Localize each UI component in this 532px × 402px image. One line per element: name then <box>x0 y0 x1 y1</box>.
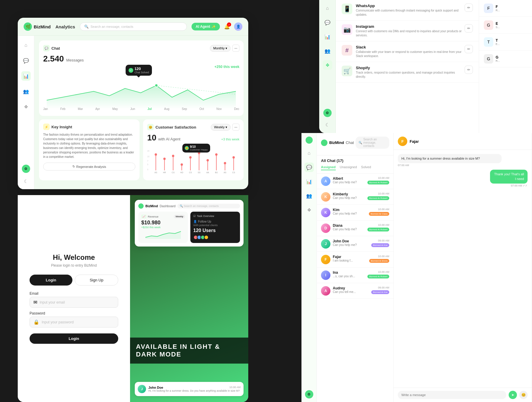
password-input-wrapper[interactable]: 🔒 Input your password <box>30 317 118 328</box>
chat-item-kimberly[interactable]: K Kimberly Can you help me? 10.00 AM Biz… <box>317 189 393 205</box>
tooltip-check-icon: ✓ <box>129 68 133 73</box>
avatar-diana-inner: D <box>321 223 330 233</box>
chat-item-albert[interactable]: A Albert Can you help me? 10.00 AM Bizme… <box>317 174 393 189</box>
login-submit-button[interactable]: Login <box>30 333 118 344</box>
monthly-period-button[interactable]: Monthly ▾ <box>210 45 231 52</box>
satisfaction-more-button[interactable]: ··· <box>232 124 239 131</box>
mini-chat-name: John Doe <box>148 386 163 389</box>
signup-button[interactable]: Sign Up <box>75 275 118 286</box>
emoji-button[interactable]: 😊 <box>519 391 528 399</box>
insight-icon: ⚡ <box>43 124 50 130</box>
svg-text:CS: CS <box>172 171 175 174</box>
theme-toggle[interactable]: ☾ <box>21 176 31 186</box>
integrations-sidebar-analytics[interactable]: 📊 <box>323 32 332 41</box>
login-primary-button[interactable]: Login <box>30 275 72 286</box>
sidebar-item-integrations[interactable]: ❖ <box>21 102 31 111</box>
whatsapp-name: WhatsApp <box>356 4 465 8</box>
sidebar-item-home[interactable]: ⌂ <box>21 40 31 50</box>
integrations-sidebar-home[interactable]: ⌂ <box>323 4 332 13</box>
message-input[interactable] <box>398 391 506 399</box>
chart-area-fill <box>47 85 236 109</box>
analytics-header: 🌿 BizMind Analytics 🔍 Search an message,… <box>18 18 248 36</box>
chat-item-audrey[interactable]: A Audrey Can you tell me... 09.00 AM Biz… <box>317 283 393 299</box>
badge-kim: Bizmed Ai Clara <box>369 212 389 216</box>
chat-brand-page: Chat <box>346 140 354 145</box>
slack-edit-button[interactable]: ✏ <box>465 45 473 53</box>
chat-right-kimberly: 10.00 AM Bizmed Ai Robert <box>367 192 389 200</box>
chat-panel-header: BizMind Chat 🔍 Search an message, contac… <box>317 133 393 155</box>
chat-more-button[interactable]: ··· <box>232 45 239 52</box>
chat-settings[interactable]: ⚙ <box>305 390 313 398</box>
satisfaction-controls: Weekly ▾ ··· <box>211 124 239 131</box>
mini-chat-avatar: J <box>138 385 146 393</box>
integrations-sidebar-integrations[interactable]: ❖ <box>323 60 332 70</box>
whatsapp-edit-button[interactable]: ✏ <box>465 4 473 12</box>
sidebar-bottom: ⚙ ☾ <box>21 165 31 186</box>
sidebar-item-contacts[interactable]: 👥 <box>21 87 31 96</box>
weekly-period-button[interactable]: Weekly ▾ <box>211 124 231 131</box>
notification-bell[interactable]: 🔔 2 <box>223 22 231 31</box>
dp-search-icon: 🔍 <box>180 205 183 208</box>
email-input-wrapper[interactable]: ✉ Input your email <box>30 297 118 308</box>
integration-shopify[interactable]: 🛒 Shopify Track orders, respond to custo… <box>336 62 479 83</box>
dp-header: BizMind Dashboard 🔍 Search an message, c… <box>138 203 240 209</box>
chat-item-diana[interactable]: D Diana Can you help me? 10.00 AM Bizmed… <box>317 221 393 236</box>
msg-outgoing-1: Thank you! That's all I need 07:00 AM ✓✓ <box>481 170 528 187</box>
integrations-outer-panel: ⌂ 💬 📊 👥 ❖ ⚙ ☾ 📱 WhatsApp Communicate wit… <box>319 0 532 133</box>
login-form-section: Hi, Welcome Please login to entry BizMin… <box>18 195 130 402</box>
tab-solved[interactable]: Solved <box>361 165 371 170</box>
chat-item-kim[interactable]: K Kim Can you help me? 10.00 AM Bizmed A… <box>317 205 393 221</box>
send-button[interactable]: ➤ <box>509 391 517 399</box>
message-input-area: ➤ 😊 <box>394 388 532 402</box>
integration-slack[interactable]: # Slack Collaborate with your team or re… <box>336 41 479 62</box>
shopify-edit-button[interactable]: ✏ <box>465 66 473 74</box>
logo-text: BizMind <box>34 24 51 29</box>
chat-info-diana: Diana Can you help me? <box>333 223 367 231</box>
chat-logo-mini <box>306 137 313 144</box>
dp-page-name: Dashboard <box>160 204 176 208</box>
integration-instagram[interactable]: 📷 Instagram Connect with customers via D… <box>336 21 479 41</box>
regenerate-button[interactable]: ↻ Regenerate Analysis <box>43 163 135 171</box>
ai-agent-button[interactable]: AI Agent ✨ <box>192 23 220 30</box>
chat-item-johndoe[interactable]: J John Doe Can you help me? 09.00 AM Biz… <box>317 236 393 252</box>
chat-name-kimberly: Kimberly <box>333 192 367 196</box>
sat-tooltip-content: 9/10 Customer Happy <box>190 145 208 151</box>
integration-whatsapp[interactable]: 📱 WhatsApp Communicate with customers th… <box>336 0 479 21</box>
tab-assigned[interactable]: Assigned <box>321 165 336 170</box>
instagram-edit-button[interactable]: ✏ <box>465 24 473 33</box>
chat-name-albert: Albert <box>333 176 367 181</box>
tooltip-arrow <box>137 76 140 77</box>
bottom-chat-preview: J John Doe 10.00 AM Hi, I'm looking for … <box>135 382 244 396</box>
chat-panel-sidebar: ⌂ 💬 📊 👥 ❖ ⚙ <box>301 133 317 402</box>
tooltip-number: 120 <box>134 67 149 71</box>
svg-text:HR: HR <box>163 171 166 174</box>
integrations-sidebar-chat[interactable]: 💬 <box>323 18 332 27</box>
chat-header-search[interactable]: 🔍 Search an message, contacts <box>356 137 389 149</box>
avatar-albert: A <box>321 176 330 186</box>
chat-sidebar-chat[interactable]: 💬 <box>304 163 314 172</box>
tab-unassigned[interactable]: Unassigned <box>340 165 357 170</box>
chat-list-column: BizMind Chat 🔍 Search an message, contac… <box>317 133 394 402</box>
chat-sidebar-analytics[interactable]: 📊 <box>304 177 314 186</box>
analytics-panel: 🌿 BizMind Analytics 🔍 Search an message,… <box>18 18 248 189</box>
chat-item-lna[interactable]: l lna ...s, can you sh... 10.00 AM Bizme… <box>317 268 393 283</box>
settings-button[interactable]: ⚙ <box>22 165 30 173</box>
notification-badge: 2 <box>227 22 231 27</box>
sidebar-item-analytics[interactable]: 📊 <box>21 71 31 81</box>
sat-tooltip: 😊 9/10 Customer Happy <box>182 144 210 153</box>
integrations-theme[interactable]: ☾ <box>323 120 332 129</box>
analytics-search[interactable]: 🔍 Search an message, contacts <box>80 22 187 31</box>
time-audrey: 09.00 AM <box>378 286 389 289</box>
integrations-settings[interactable]: ⚙ <box>323 109 332 117</box>
user-avatar[interactable]: 👤 <box>234 22 242 31</box>
logo-icon: 🌿 <box>24 22 32 31</box>
integrations-sidebar-contacts[interactable]: 👥 <box>323 46 332 56</box>
integrations-list: 📱 WhatsApp Communicate with customers th… <box>336 0 479 133</box>
chat-item-fajar[interactable]: F Fajar I am looking f... 10.00 AM Bizme… <box>317 252 393 268</box>
dp-search[interactable]: 🔍 Search an message, contacts <box>177 204 240 208</box>
chat-sidebar-home[interactable]: ⌂ <box>304 148 314 158</box>
messages-area: Hi, I'm looking for a summer dress avail… <box>394 150 532 388</box>
chat-sidebar-contacts[interactable]: 👥 <box>304 191 314 200</box>
sidebar-item-chat[interactable]: 💬 <box>21 56 31 65</box>
chat-sidebar-integrations[interactable]: ❖ <box>304 205 314 215</box>
